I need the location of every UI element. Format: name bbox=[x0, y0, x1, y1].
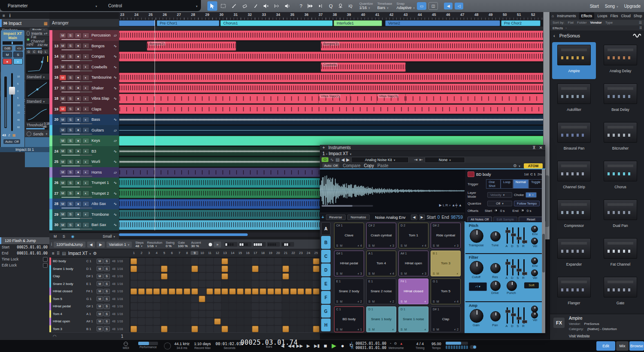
step-cell[interactable] bbox=[297, 266, 304, 272]
pad-solo[interactable]: S bbox=[433, 300, 435, 303]
autoscroll-icon[interactable] bbox=[305, 1, 315, 11]
mute-button[interactable]: M bbox=[59, 180, 66, 186]
monitor-button[interactable]: ◐ bbox=[82, 117, 89, 122]
pad-output[interactable]: ◐ 4 bbox=[422, 244, 426, 247]
pad-mute[interactable]: M bbox=[372, 328, 375, 331]
step-cell[interactable] bbox=[206, 258, 213, 265]
track-row-cowbells[interactable]: 15MS●◐Cowbells∿ bbox=[49, 62, 119, 73]
variation-preview-2[interactable] bbox=[239, 242, 252, 247]
pad-output[interactable]: ◐ 2 bbox=[390, 300, 394, 303]
step-cell[interactable] bbox=[214, 303, 221, 310]
bus-name[interactable]: Impact St 1 bbox=[0, 147, 49, 152]
step-cell[interactable] bbox=[297, 258, 304, 265]
browser-tab-shop[interactable]: Shop bbox=[634, 14, 642, 18]
step-cell[interactable] bbox=[146, 258, 153, 265]
bank-button-f[interactable]: F bbox=[321, 291, 331, 304]
step-cell[interactable] bbox=[229, 318, 236, 325]
volume-bar[interactable] bbox=[61, 197, 92, 198]
step-cell[interactable] bbox=[252, 273, 259, 280]
slider-handle[interactable] bbox=[511, 313, 516, 316]
browser-tab-cloud[interactable]: Cloud bbox=[621, 14, 631, 18]
step-cell[interactable] bbox=[290, 296, 297, 303]
step-cell[interactable] bbox=[259, 258, 267, 265]
pad-output[interactable]: ◐ 3 bbox=[358, 272, 362, 275]
pad-hihat-open[interactable]: A# 1HiHat openSM◐ 3 bbox=[398, 251, 428, 276]
atom-controller-badge[interactable]: ATOM bbox=[524, 163, 543, 168]
step-cell[interactable] bbox=[229, 296, 236, 303]
step-cell[interactable] bbox=[259, 296, 267, 303]
step-cell[interactable] bbox=[237, 311, 244, 318]
offset-start-knob[interactable] bbox=[494, 208, 498, 213]
pad-mute[interactable]: M bbox=[404, 244, 407, 247]
step-cell[interactable] bbox=[183, 318, 191, 325]
mute-button[interactable]: M bbox=[59, 33, 66, 38]
pad-solo[interactable]: S bbox=[368, 328, 371, 331]
slider-handle[interactable] bbox=[522, 240, 527, 243]
volume-bar[interactable] bbox=[61, 81, 92, 82]
mute-tool-button[interactable] bbox=[261, 1, 271, 11]
visit-website-link[interactable]: Visit Website bbox=[569, 334, 590, 338]
solo-button[interactable]: S bbox=[67, 222, 74, 228]
pad-mute[interactable]: M bbox=[340, 244, 343, 247]
step-cell[interactable] bbox=[259, 303, 267, 310]
pattern-name[interactable]: 120Flash&Jump bbox=[54, 242, 85, 248]
monitor-button[interactable]: ◐ bbox=[82, 33, 89, 38]
step-cell[interactable] bbox=[214, 326, 221, 333]
step-cell[interactable] bbox=[146, 311, 153, 318]
metronome-icon[interactable]: ▲ bbox=[400, 342, 403, 346]
pad-mute[interactable]: M bbox=[372, 272, 375, 275]
step-cell[interactable] bbox=[244, 318, 252, 325]
pad-tom-3[interactable]: B 1Tom 3SM◐ bbox=[431, 251, 461, 276]
info-icon[interactable]: i bbox=[9, 13, 11, 18]
step-cell[interactable] bbox=[237, 318, 244, 325]
record-arm-button[interactable]: ● bbox=[75, 127, 82, 133]
effect-item-expander[interactable]: Expander bbox=[552, 236, 596, 272]
pad-solo[interactable]: S bbox=[433, 328, 435, 331]
step-note[interactable] bbox=[222, 273, 228, 280]
step-cell[interactable] bbox=[153, 296, 161, 303]
row-solo-button[interactable]: S bbox=[103, 311, 110, 316]
step-grid[interactable] bbox=[130, 280, 320, 288]
wrench-icon[interactable]: ⚙ bbox=[93, 251, 97, 256]
step-cell[interactable] bbox=[297, 326, 304, 333]
browser-tab-loops[interactable]: Loops bbox=[597, 14, 607, 18]
row-mute-button[interactable]: M bbox=[97, 326, 103, 331]
step-grid[interactable] bbox=[130, 318, 320, 325]
solo-button[interactable]: S bbox=[67, 54, 74, 59]
step-cell[interactable] bbox=[222, 318, 229, 325]
slider-handle[interactable] bbox=[505, 310, 510, 313]
step-cell[interactable] bbox=[138, 326, 145, 333]
mute-button[interactable]: M bbox=[59, 43, 66, 49]
record-arm-button[interactable]: ● bbox=[75, 117, 82, 122]
audio-out-icon[interactable]: ◁ bbox=[455, 3, 463, 9]
step-cell[interactable] bbox=[191, 311, 198, 318]
effect-item-fat-channel[interactable]: Fat Channel bbox=[598, 236, 642, 272]
wave-zoom-tools[interactable]: ▶ L R ⌕ ▲╪ ▲ bbox=[439, 203, 462, 208]
edit-lock-checkbox[interactable] bbox=[43, 263, 48, 268]
step-cell[interactable] bbox=[305, 303, 312, 310]
knob-cutoff[interactable] bbox=[470, 261, 483, 275]
pad-mute[interactable]: M bbox=[372, 300, 375, 303]
clip[interactable]: Vibra Slap(3) bbox=[377, 94, 406, 104]
knob-env[interactable] bbox=[531, 226, 538, 233]
step-cell[interactable] bbox=[305, 258, 312, 265]
step-cell[interactable] bbox=[237, 258, 244, 265]
step-cell[interactable] bbox=[138, 273, 145, 280]
step-cell[interactable] bbox=[244, 281, 252, 288]
step-cell[interactable] bbox=[313, 318, 320, 325]
macro-controls-icon[interactable] bbox=[336, 1, 346, 11]
step-cell[interactable] bbox=[153, 311, 161, 318]
step-cell[interactable] bbox=[267, 318, 274, 325]
monitor-button[interactable]: ◐ bbox=[82, 159, 89, 165]
step-note[interactable] bbox=[138, 288, 145, 295]
pattern-param-steps[interactable]: Steps48 bbox=[134, 241, 145, 248]
arranger-section-chorus1[interactable]: Chorus1 bbox=[220, 20, 333, 26]
effect-item-ampire[interactable]: Ampire bbox=[552, 42, 596, 79]
comp-style-1[interactable]: Standard bbox=[27, 75, 48, 79]
slider-a[interactable] bbox=[507, 227, 508, 244]
step-cell[interactable] bbox=[313, 303, 320, 310]
bank-button-e[interactable]: E bbox=[321, 277, 331, 290]
step-grid[interactable] bbox=[130, 288, 320, 295]
step-note[interactable] bbox=[222, 266, 228, 272]
bank-button-b[interactable]: B bbox=[321, 236, 331, 249]
